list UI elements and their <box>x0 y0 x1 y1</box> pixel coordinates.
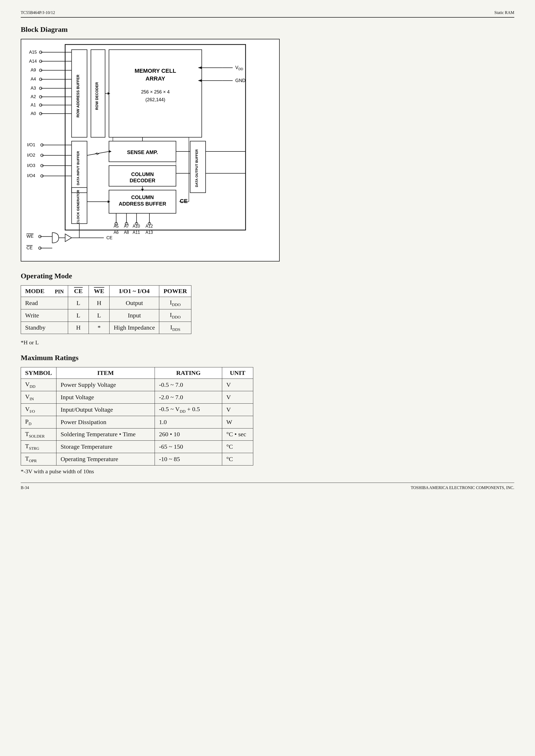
mr-vio-item: Input/Output Voltage <box>56 403 155 416</box>
om-row-standby: Standby H * High Impedance IDDS <box>21 322 191 334</box>
om-col-ce: CE <box>68 285 89 297</box>
operating-mode-table: MODE PIN CE WE I/O1 ~ I/O4 POWER Read L … <box>21 285 191 334</box>
om-write-ce: L <box>68 309 89 322</box>
svg-text:WE: WE <box>26 234 33 239</box>
svg-text:ROW DECODER: ROW DECODER <box>95 82 99 110</box>
mr-col-item: ITEM <box>56 367 155 379</box>
mr-tsolder-unit: °C • sec <box>222 428 253 441</box>
page-header: TC55B464P/J-10/12 Static RAM <box>21 10 514 17</box>
mr-vin-unit: V <box>222 391 253 404</box>
svg-text:A3: A3 <box>31 86 36 91</box>
mr-vin-item: Input Voltage <box>56 391 155 404</box>
svg-text:A7: A7 <box>124 224 129 229</box>
max-ratings-title: Maximum Ratings <box>21 354 514 362</box>
om-row-write: Write L L Input IDDO <box>21 309 191 322</box>
om-read-we: H <box>89 297 110 310</box>
mr-pd-rating: 1.0 <box>155 416 222 428</box>
block-diagram-title: Block Diagram <box>21 25 514 34</box>
svg-text:A8: A8 <box>124 230 129 234</box>
header-part-number: TC55B464P/J-10/12 <box>21 10 55 15</box>
mr-pd-item: Power Dissipation <box>56 416 155 428</box>
mr-tstrg-unit: °C <box>222 441 253 453</box>
svg-text:A5: A5 <box>114 224 119 229</box>
mr-tstrg-item: Storage Temperature <box>56 441 155 453</box>
svg-text:GND: GND <box>235 78 245 83</box>
svg-text:A15: A15 <box>29 50 37 55</box>
operating-mode-section: Operating Mode MODE PIN CE WE I/O1 ~ I/O… <box>21 272 514 346</box>
mr-row-pd: PD Power Dissipation 1.0 W <box>21 416 253 428</box>
om-standby-mode: Standby <box>21 322 68 334</box>
mr-tsolder-item: Soldering Temperature • Time <box>56 428 155 441</box>
mr-row-topr: TOPR Operating Temperature -10 ~ 85 °C <box>21 453 253 466</box>
mr-vdd-item: Power Supply Voltage <box>56 379 155 391</box>
svg-text:A1: A1 <box>31 102 36 107</box>
svg-text:CE: CE <box>26 245 33 250</box>
svg-text:A4: A4 <box>31 77 36 82</box>
svg-text:A10: A10 <box>132 224 140 229</box>
svg-marker-101 <box>65 234 72 242</box>
om-col-mode: MODE PIN <box>21 285 68 297</box>
mr-topr-item: Operating Temperature <box>56 453 155 466</box>
mr-col-symbol: SYMBOL <box>21 367 56 379</box>
maximum-ratings-section: Maximum Ratings SYMBOL ITEM RATING UNIT … <box>21 354 514 475</box>
mr-vio-symbol: VI/O <box>21 403 56 416</box>
mr-vdd-unit: V <box>222 379 253 391</box>
mr-row-tsolder: TSOLDER Soldering Temperature • Time 260… <box>21 428 253 441</box>
svg-text:I/O1: I/O1 <box>27 142 35 147</box>
mr-footnote: *-3V with a pulse width of 10ns <box>21 468 514 475</box>
om-col-power: POWER <box>159 285 191 297</box>
om-read-mode: Read <box>21 297 68 310</box>
header-title: Static RAM <box>494 10 514 15</box>
svg-text:CLOCK GENERATOR: CLOCK GENERATOR <box>76 190 80 224</box>
svg-text:CE: CE <box>106 235 112 240</box>
svg-text:MEMORY CELL: MEMORY CELL <box>135 68 176 74</box>
max-ratings-table: SYMBOL ITEM RATING UNIT VDD Power Supply… <box>21 367 253 466</box>
om-write-we: L <box>89 309 110 322</box>
svg-text:CE: CE <box>180 198 187 204</box>
mr-tsolder-rating: 260 • 10 <box>155 428 222 441</box>
svg-text:DECODER: DECODER <box>129 177 155 183</box>
mr-vio-rating: -0.5 ~ VDD + 0.5 <box>155 403 222 416</box>
mr-tstrg-symbol: TSTRG <box>21 441 56 453</box>
svg-text:A2: A2 <box>31 94 36 99</box>
svg-text:VDD: VDD <box>235 65 243 71</box>
om-write-power: IDDO <box>159 309 191 322</box>
svg-text:COLUMN: COLUMN <box>131 195 154 200</box>
svg-text:ROW ADDRESS BUFFER: ROW ADDRESS BUFFER <box>76 74 80 118</box>
om-footnote: *H or L <box>21 339 514 346</box>
block-diagram-svg: ROW ADDRESS BUFFER ROW DECODER MEMORY CE… <box>21 39 280 261</box>
om-row-read: Read L H Output IDDO <box>21 297 191 310</box>
mr-topr-rating: -10 ~ 85 <box>155 453 222 466</box>
om-standby-power: IDDS <box>159 322 191 334</box>
svg-text:ARRAY: ARRAY <box>146 75 165 82</box>
om-col-we: WE <box>89 285 110 297</box>
om-standby-io: High Impedance <box>110 322 159 334</box>
mr-vin-symbol: VIN <box>21 391 56 404</box>
svg-text:A0: A0 <box>31 111 36 116</box>
om-read-ce: L <box>68 297 89 310</box>
om-col-io: I/O1 ~ I/O4 <box>110 285 159 297</box>
mr-topr-unit: °C <box>222 453 253 466</box>
svg-text:A11: A11 <box>132 230 140 234</box>
om-read-io: Output <box>110 297 159 310</box>
operating-mode-title: Operating Mode <box>21 272 514 280</box>
svg-text:I/O2: I/O2 <box>27 153 35 158</box>
svg-text:A6: A6 <box>114 230 119 234</box>
svg-marker-11 <box>198 67 202 69</box>
svg-marker-15 <box>198 79 202 82</box>
svg-text:SENSE AMP.: SENSE AMP. <box>127 149 158 155</box>
mr-topr-symbol: TOPR <box>21 453 56 466</box>
footer-company: TOSHIBA AMERICA ELECTRONIC COMPONENTS, I… <box>411 485 514 490</box>
mr-vin-rating: -2.0 ~ 7.0 <box>155 391 222 404</box>
svg-text:A13: A13 <box>146 230 153 234</box>
block-diagram-section: Block Diagram ROW ADDRESS BUFFER ROW DEC… <box>21 25 514 261</box>
svg-text:I/O3: I/O3 <box>27 163 35 168</box>
svg-text:A12: A12 <box>146 224 153 229</box>
mr-row-vdd: VDD Power Supply Voltage -0.5 ~ 7.0 V <box>21 379 253 391</box>
mr-tstrg-rating: -65 ~ 150 <box>155 441 222 453</box>
svg-text:A9: A9 <box>31 68 36 72</box>
svg-text:A14: A14 <box>29 59 37 64</box>
mr-vdd-symbol: VDD <box>21 379 56 391</box>
mr-col-unit: UNIT <box>222 367 253 379</box>
mr-pd-unit: W <box>222 416 253 428</box>
